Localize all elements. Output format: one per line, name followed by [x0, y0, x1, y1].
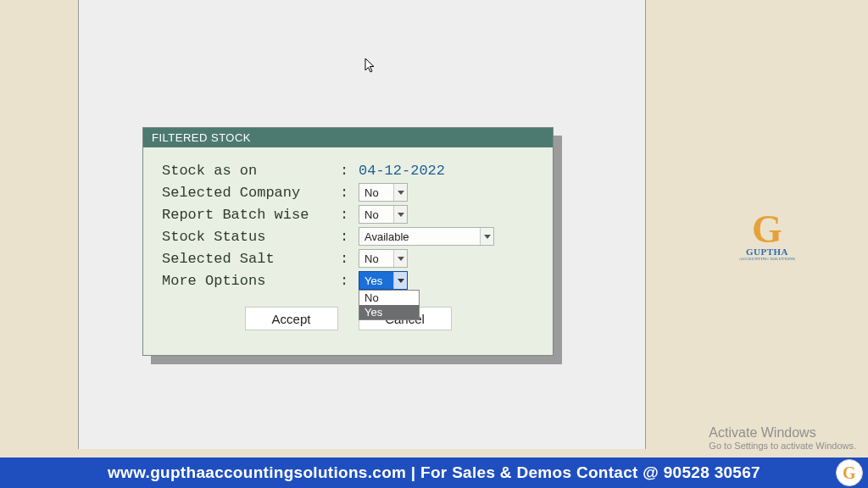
colon: : [340, 251, 359, 267]
windows-activation-watermark: Activate Windows Go to Settings to activ… [709, 425, 856, 451]
select-value: Yes [359, 274, 393, 287]
colon: : [340, 185, 359, 201]
row-selected-company: Selected Company : No [162, 181, 534, 203]
value-stock-as-on[interactable]: 04-12-2022 [359, 163, 445, 179]
footer-banner: www.gupthaaccountingsolutions.com | For … [0, 458, 868, 488]
watermark-line1: Activate Windows [709, 425, 856, 441]
chevron-down-icon [393, 250, 407, 267]
logo-letter: G [752, 212, 782, 247]
accept-button[interactable]: Accept [245, 307, 338, 330]
label-stock-as-on: Stock as on [162, 163, 340, 179]
watermark-line2: Go to Settings to activate Windows. [709, 441, 856, 451]
footer-text: www.gupthaaccountingsolutions.com | For … [108, 463, 760, 482]
select-more-options[interactable]: Yes No Yes [359, 271, 408, 290]
row-stock-as-on: Stock as on : 04-12-2022 [162, 159, 534, 181]
row-selected-salt: Selected Salt : No [162, 247, 534, 269]
colon: : [340, 273, 359, 289]
label-stock-status: Stock Status [162, 229, 340, 245]
row-report-batch-wise: Report Batch wise : No [162, 203, 534, 225]
row-stock-status: Stock Status : Available [162, 225, 534, 247]
guptha-logo: G GUPTHA ACCOUNTING SOLUTIONS [734, 212, 800, 261]
label-selected-salt: Selected Salt [162, 251, 340, 267]
option-yes[interactable]: Yes [359, 305, 419, 319]
select-report-batch-wise[interactable]: No [359, 205, 408, 224]
select-value: No [359, 186, 393, 199]
chevron-down-icon [393, 184, 407, 201]
logo-subtext: ACCOUNTING SOLUTIONS [734, 257, 800, 261]
chevron-down-icon [480, 228, 493, 245]
select-value: Available [359, 230, 480, 243]
filtered-stock-dialog: FILTERED STOCK Stock as on : 04-12-2022 … [142, 127, 554, 356]
dialog-button-row: Accept Cancel [162, 307, 534, 330]
select-value: No [359, 252, 393, 265]
select-value: No [359, 208, 393, 221]
footer-logo-letter: G [843, 463, 856, 483]
row-more-options: More Options : Yes No Yes [162, 269, 534, 291]
footer-logo-badge: G [836, 459, 863, 486]
dialog-title: FILTERED STOCK [143, 128, 553, 147]
more-options-dropdown: No Yes [359, 290, 420, 320]
chevron-down-icon [393, 206, 407, 223]
label-more-options: More Options [162, 273, 340, 289]
option-no[interactable]: No [359, 291, 419, 305]
chevron-down-icon [393, 272, 407, 289]
select-stock-status[interactable]: Available [359, 227, 494, 246]
dialog-body: Stock as on : 04-12-2022 Selected Compan… [143, 147, 553, 339]
label-report-batch-wise: Report Batch wise [162, 207, 340, 223]
select-selected-salt[interactable]: No [359, 249, 408, 268]
colon: : [340, 229, 359, 245]
select-selected-company[interactable]: No [359, 183, 408, 202]
colon: : [340, 163, 359, 179]
colon: : [340, 207, 359, 223]
label-selected-company: Selected Company [162, 185, 340, 201]
